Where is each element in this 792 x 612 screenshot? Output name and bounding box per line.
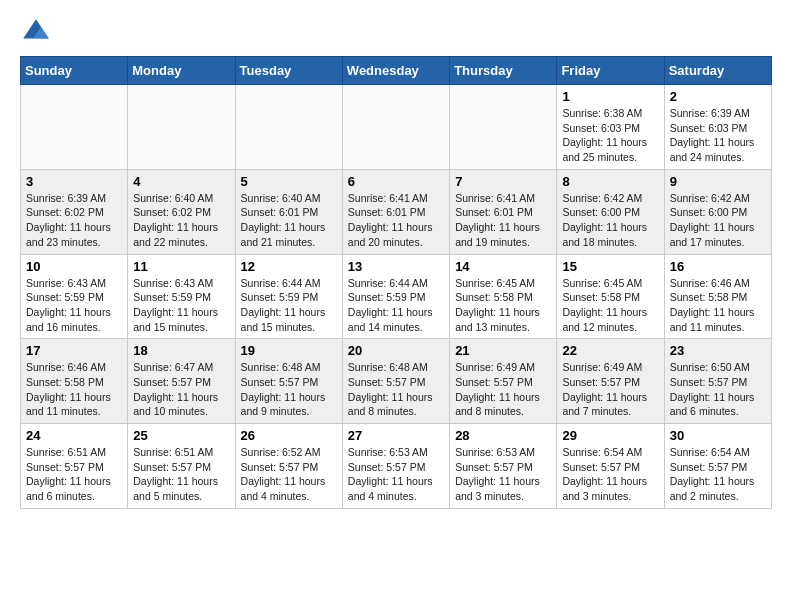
calendar-table: SundayMondayTuesdayWednesdayThursdayFrid… [20,56,772,509]
day-number: 14 [455,259,551,274]
day-number: 4 [133,174,229,189]
day-info: Sunrise: 6:39 AM Sunset: 6:02 PM Dayligh… [26,191,122,250]
day-info: Sunrise: 6:40 AM Sunset: 6:01 PM Dayligh… [241,191,337,250]
day-info: Sunrise: 6:42 AM Sunset: 6:00 PM Dayligh… [562,191,658,250]
logo [20,16,56,48]
calendar-week-row: 24Sunrise: 6:51 AM Sunset: 5:57 PM Dayli… [21,424,772,509]
day-number: 25 [133,428,229,443]
day-info: Sunrise: 6:42 AM Sunset: 6:00 PM Dayligh… [670,191,766,250]
day-number: 10 [26,259,122,274]
day-info: Sunrise: 6:44 AM Sunset: 5:59 PM Dayligh… [348,276,444,335]
calendar-cell: 30Sunrise: 6:54 AM Sunset: 5:57 PM Dayli… [664,424,771,509]
day-info: Sunrise: 6:45 AM Sunset: 5:58 PM Dayligh… [562,276,658,335]
calendar-cell: 15Sunrise: 6:45 AM Sunset: 5:58 PM Dayli… [557,254,664,339]
day-number: 29 [562,428,658,443]
day-number: 26 [241,428,337,443]
day-info: Sunrise: 6:45 AM Sunset: 5:58 PM Dayligh… [455,276,551,335]
calendar-cell [21,85,128,170]
day-number: 15 [562,259,658,274]
day-info: Sunrise: 6:47 AM Sunset: 5:57 PM Dayligh… [133,360,229,419]
calendar-cell: 12Sunrise: 6:44 AM Sunset: 5:59 PM Dayli… [235,254,342,339]
day-number: 21 [455,343,551,358]
day-number: 17 [26,343,122,358]
calendar-cell: 14Sunrise: 6:45 AM Sunset: 5:58 PM Dayli… [450,254,557,339]
calendar-week-row: 17Sunrise: 6:46 AM Sunset: 5:58 PM Dayli… [21,339,772,424]
day-number: 12 [241,259,337,274]
day-number: 9 [670,174,766,189]
calendar-cell: 11Sunrise: 6:43 AM Sunset: 5:59 PM Dayli… [128,254,235,339]
calendar-cell: 19Sunrise: 6:48 AM Sunset: 5:57 PM Dayli… [235,339,342,424]
day-info: Sunrise: 6:49 AM Sunset: 5:57 PM Dayligh… [562,360,658,419]
weekday-header: Sunday [21,57,128,85]
calendar-week-row: 10Sunrise: 6:43 AM Sunset: 5:59 PM Dayli… [21,254,772,339]
calendar-header-row: SundayMondayTuesdayWednesdayThursdayFrid… [21,57,772,85]
calendar-cell: 13Sunrise: 6:44 AM Sunset: 5:59 PM Dayli… [342,254,449,339]
day-info: Sunrise: 6:41 AM Sunset: 6:01 PM Dayligh… [348,191,444,250]
day-info: Sunrise: 6:49 AM Sunset: 5:57 PM Dayligh… [455,360,551,419]
day-number: 8 [562,174,658,189]
calendar-cell: 10Sunrise: 6:43 AM Sunset: 5:59 PM Dayli… [21,254,128,339]
calendar-cell: 28Sunrise: 6:53 AM Sunset: 5:57 PM Dayli… [450,424,557,509]
calendar-cell: 1Sunrise: 6:38 AM Sunset: 6:03 PM Daylig… [557,85,664,170]
calendar-cell: 22Sunrise: 6:49 AM Sunset: 5:57 PM Dayli… [557,339,664,424]
calendar-cell: 5Sunrise: 6:40 AM Sunset: 6:01 PM Daylig… [235,169,342,254]
calendar-cell: 2Sunrise: 6:39 AM Sunset: 6:03 PM Daylig… [664,85,771,170]
weekday-header: Friday [557,57,664,85]
calendar-cell: 25Sunrise: 6:51 AM Sunset: 5:57 PM Dayli… [128,424,235,509]
day-info: Sunrise: 6:54 AM Sunset: 5:57 PM Dayligh… [562,445,658,504]
day-info: Sunrise: 6:46 AM Sunset: 5:58 PM Dayligh… [26,360,122,419]
day-number: 7 [455,174,551,189]
day-number: 23 [670,343,766,358]
calendar-cell: 29Sunrise: 6:54 AM Sunset: 5:57 PM Dayli… [557,424,664,509]
day-info: Sunrise: 6:38 AM Sunset: 6:03 PM Dayligh… [562,106,658,165]
calendar-cell: 9Sunrise: 6:42 AM Sunset: 6:00 PM Daylig… [664,169,771,254]
day-info: Sunrise: 6:51 AM Sunset: 5:57 PM Dayligh… [133,445,229,504]
day-info: Sunrise: 6:48 AM Sunset: 5:57 PM Dayligh… [348,360,444,419]
day-number: 1 [562,89,658,104]
day-info: Sunrise: 6:54 AM Sunset: 5:57 PM Dayligh… [670,445,766,504]
day-number: 19 [241,343,337,358]
logo-icon [20,16,52,48]
weekday-header: Saturday [664,57,771,85]
day-info: Sunrise: 6:43 AM Sunset: 5:59 PM Dayligh… [133,276,229,335]
calendar-cell [128,85,235,170]
calendar-cell: 24Sunrise: 6:51 AM Sunset: 5:57 PM Dayli… [21,424,128,509]
calendar-cell: 4Sunrise: 6:40 AM Sunset: 6:02 PM Daylig… [128,169,235,254]
calendar-cell: 23Sunrise: 6:50 AM Sunset: 5:57 PM Dayli… [664,339,771,424]
calendar-cell: 27Sunrise: 6:53 AM Sunset: 5:57 PM Dayli… [342,424,449,509]
day-number: 3 [26,174,122,189]
day-number: 6 [348,174,444,189]
weekday-header: Wednesday [342,57,449,85]
day-info: Sunrise: 6:50 AM Sunset: 5:57 PM Dayligh… [670,360,766,419]
day-info: Sunrise: 6:39 AM Sunset: 6:03 PM Dayligh… [670,106,766,165]
day-number: 30 [670,428,766,443]
calendar-cell [235,85,342,170]
day-number: 24 [26,428,122,443]
calendar-week-row: 3Sunrise: 6:39 AM Sunset: 6:02 PM Daylig… [21,169,772,254]
calendar-cell [450,85,557,170]
calendar-cell: 18Sunrise: 6:47 AM Sunset: 5:57 PM Dayli… [128,339,235,424]
calendar-cell: 20Sunrise: 6:48 AM Sunset: 5:57 PM Dayli… [342,339,449,424]
calendar-cell: 26Sunrise: 6:52 AM Sunset: 5:57 PM Dayli… [235,424,342,509]
day-info: Sunrise: 6:51 AM Sunset: 5:57 PM Dayligh… [26,445,122,504]
day-number: 2 [670,89,766,104]
day-info: Sunrise: 6:46 AM Sunset: 5:58 PM Dayligh… [670,276,766,335]
calendar-cell: 3Sunrise: 6:39 AM Sunset: 6:02 PM Daylig… [21,169,128,254]
day-number: 27 [348,428,444,443]
day-info: Sunrise: 6:53 AM Sunset: 5:57 PM Dayligh… [455,445,551,504]
calendar-cell: 7Sunrise: 6:41 AM Sunset: 6:01 PM Daylig… [450,169,557,254]
day-number: 13 [348,259,444,274]
day-number: 22 [562,343,658,358]
calendar-cell: 17Sunrise: 6:46 AM Sunset: 5:58 PM Dayli… [21,339,128,424]
calendar-cell: 8Sunrise: 6:42 AM Sunset: 6:00 PM Daylig… [557,169,664,254]
page-header [20,16,772,48]
calendar-cell: 16Sunrise: 6:46 AM Sunset: 5:58 PM Dayli… [664,254,771,339]
calendar-cell: 21Sunrise: 6:49 AM Sunset: 5:57 PM Dayli… [450,339,557,424]
day-info: Sunrise: 6:48 AM Sunset: 5:57 PM Dayligh… [241,360,337,419]
day-number: 18 [133,343,229,358]
weekday-header: Thursday [450,57,557,85]
day-number: 11 [133,259,229,274]
day-number: 20 [348,343,444,358]
day-info: Sunrise: 6:44 AM Sunset: 5:59 PM Dayligh… [241,276,337,335]
weekday-header: Tuesday [235,57,342,85]
